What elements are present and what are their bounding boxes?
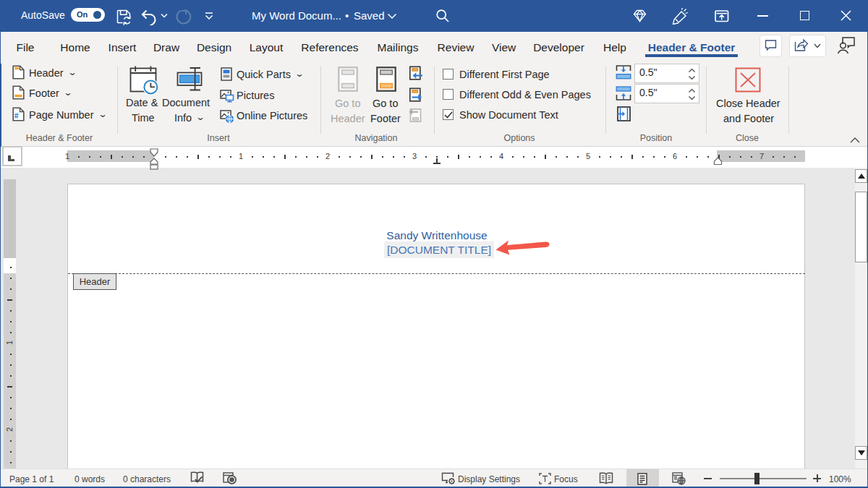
svg-text:#: #	[14, 111, 19, 120]
